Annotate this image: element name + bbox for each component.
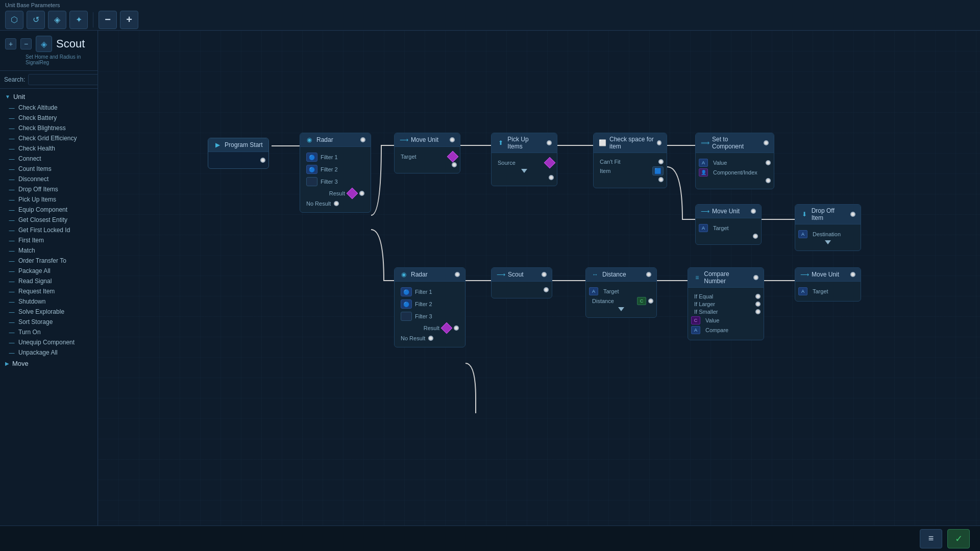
node-setcomp[interactable]: ⟹ Set to Component A Value 👤 Component/I…: [695, 133, 774, 189]
sidebar-item-first-item[interactable]: —First Item: [0, 235, 97, 245]
sidebar-item-icon: —: [8, 216, 15, 223]
sidebar-item-disconnect[interactable]: —Disconnect: [0, 174, 97, 184]
sidebar-item-unpackage-all[interactable]: —Unpackage All: [0, 347, 97, 358]
sidebar-item-icon: —: [8, 104, 15, 111]
sidebar-item-icon: —: [8, 349, 15, 356]
node-move-unit3[interactable]: ⟶ Move Unit A Target: [795, 267, 861, 302]
move-unit1-out-port[interactable]: [452, 162, 457, 167]
toolbar-btn-cross[interactable]: ✦: [69, 11, 88, 29]
sidebar-item-unequip-component[interactable]: —Unequip Component: [0, 337, 97, 347]
sidebar-item-read-signal[interactable]: —Read Signal: [0, 276, 97, 286]
toolbar-btn-hex[interactable]: ⬡: [5, 11, 23, 29]
sidebar-item-equip-component[interactable]: —Equip Component: [0, 205, 97, 215]
radar1-result-out-port[interactable]: [359, 191, 364, 196]
radar2-noresult-port[interactable]: [428, 336, 433, 341]
distance-dist-port[interactable]: [648, 298, 653, 304]
toolbar-btn-refresh[interactable]: ↺: [27, 11, 45, 29]
move-unit2-out-port[interactable]: [753, 234, 758, 239]
radar1-result-port[interactable]: [347, 188, 358, 199]
search-input[interactable]: [28, 74, 98, 85]
sidebar-item-solve-explorable[interactable]: —Solve Explorable: [0, 307, 97, 317]
sidebar-group-move[interactable]: ▶ Move: [0, 358, 97, 369]
node-radar2[interactable]: ◉ Radar 🔵 Filter 1 🔵 Filter 2 Filter 3: [394, 267, 465, 347]
node-pickup[interactable]: ⬆ Pick Up Items Source: [491, 133, 557, 186]
move-unit2-header: ⟶ Move Unit: [696, 205, 761, 218]
radar1-in-port[interactable]: [360, 137, 365, 142]
node-dropoff[interactable]: ⬇ Drop Off Item A Destination: [795, 204, 861, 251]
scout-in-port[interactable]: [542, 272, 547, 277]
sidebar-item-get-first-locked-id[interactable]: —Get First Locked Id: [0, 225, 97, 235]
sidebar-item-check-health[interactable]: —Check Health: [0, 143, 97, 154]
move-unit2-in-port[interactable]: [751, 209, 756, 214]
compare-ifsmaller-port[interactable]: [755, 309, 761, 314]
compare-value-row: C Value: [691, 316, 761, 324]
node-compare[interactable]: ≡ Compare Number If Equal If Larger If S…: [688, 267, 764, 340]
move-unit3-in-port[interactable]: [850, 272, 855, 277]
sidebar-item-drop-off-items[interactable]: —Drop Off Items: [0, 184, 97, 194]
radar2-result-row: Result: [398, 322, 462, 334]
node-program-start[interactable]: ▶ Program Start: [208, 138, 269, 169]
compare-iflarger-port[interactable]: [755, 302, 761, 307]
sidebar-item-order-transfer-to[interactable]: —Order Transfer To: [0, 256, 97, 266]
sidebar-item-count-items[interactable]: —Count Items: [0, 164, 97, 174]
sidebar-item-get-closest-entity[interactable]: —Get Closest Entity: [0, 215, 97, 225]
sidebar-item-check-altitude[interactable]: —Check Altitude: [0, 103, 97, 113]
list-button[interactable]: ≡: [920, 529, 942, 548]
zoom-in-icon[interactable]: +: [5, 38, 16, 49]
node-checkspace[interactable]: ⬜ Check space for item Can't Fit Item 🟦: [593, 133, 667, 188]
checkspace-in-port[interactable]: [657, 140, 662, 145]
pickup-out-port[interactable]: [549, 175, 554, 180]
move-unit1-in-port[interactable]: [450, 137, 455, 142]
sidebar-item-package-all[interactable]: —Package All: [0, 266, 97, 276]
sidebar-group-unit[interactable]: ▼ Unit: [0, 91, 97, 103]
node-scout[interactable]: ⟶ Scout: [491, 267, 552, 298]
sidebar-item-icon: —: [8, 114, 15, 121]
radar2-label: Radar: [411, 271, 428, 278]
sidebar-item-match[interactable]: —Match: [0, 245, 97, 256]
sidebar-item-check-blightness[interactable]: —Check Blightness: [0, 123, 97, 133]
dropoff-in-port[interactable]: [850, 212, 855, 217]
checkspace-cantfit-port[interactable]: [658, 159, 664, 164]
sidebar-item-pick-up-items[interactable]: —Pick Up Items: [0, 194, 97, 205]
radar1-noresult-port[interactable]: [334, 201, 339, 206]
compare-ifequal-port[interactable]: [755, 294, 761, 299]
sidebar-item-request-item[interactable]: —Request Item: [0, 286, 97, 296]
zoom-minus-button[interactable]: −: [99, 11, 117, 29]
checkspace-label: Check space for item: [609, 136, 654, 150]
radar2-in-port[interactable]: [455, 272, 460, 277]
node-move-unit2[interactable]: ⟶ Move Unit A Target: [695, 204, 762, 245]
compare-compare-icon: A: [691, 326, 700, 334]
setcomp-out-port[interactable]: [766, 178, 771, 183]
zoom-out-icon[interactable]: −: [20, 38, 32, 49]
node-radar1[interactable]: ◉ Radar 🔵 Filter 1 🔵 Filter 2 Filter 3: [300, 133, 371, 213]
sidebar-item-check-grid-efficiency[interactable]: —Check Grid Efficiency: [0, 133, 97, 143]
toolbar-btn-diamond[interactable]: ◈: [48, 11, 66, 29]
canvas-area[interactable]: ▶ Program Start ◉ Radar 🔵 Filter 1: [98, 31, 980, 525]
zoom-plus-button[interactable]: +: [120, 11, 138, 29]
sidebar-item-connect[interactable]: —Connect: [0, 154, 97, 164]
checkspace-out-port[interactable]: [658, 177, 664, 182]
confirm-button[interactable]: ✓: [947, 529, 970, 548]
distance-in-port[interactable]: [646, 272, 651, 277]
sidebar-item-turn-on[interactable]: —Turn On: [0, 327, 97, 337]
sidebar-item-check-battery[interactable]: —Check Battery: [0, 113, 97, 123]
sidebar-item-sort-storage[interactable]: —Sort Storage: [0, 317, 97, 327]
toolbar: Unit Base Parameters ⬡ ↺ ◈ ✦ − +: [0, 0, 980, 31]
node-distance[interactable]: ↔ Distance A Target Distance C: [585, 267, 657, 318]
radar2-result-out-port[interactable]: [454, 325, 459, 331]
dropoff-dest-icon: A: [798, 230, 807, 238]
scout-out-port[interactable]: [544, 287, 549, 292]
program-start-out-port[interactable]: [260, 158, 265, 163]
move-unit1-out-row: [398, 162, 457, 167]
node-move-unit1[interactable]: ⟶ Move Unit Target: [394, 133, 460, 173]
compare-label: Compare Number: [704, 270, 750, 285]
radar1-header: ◉ Radar: [300, 133, 371, 147]
setcomp-value-row: A Value: [699, 159, 771, 167]
sidebar-item-shutdown[interactable]: —Shutdown: [0, 296, 97, 307]
compare-in-port[interactable]: [753, 275, 758, 280]
pickup-in-port[interactable]: [547, 140, 552, 145]
setcomp-in-port[interactable]: [764, 140, 769, 145]
checkspace-cantfit-row: Can't Fit: [597, 159, 664, 165]
compare-ifequal-row: If Equal: [691, 293, 761, 299]
setcomp-value-port[interactable]: [766, 160, 771, 165]
